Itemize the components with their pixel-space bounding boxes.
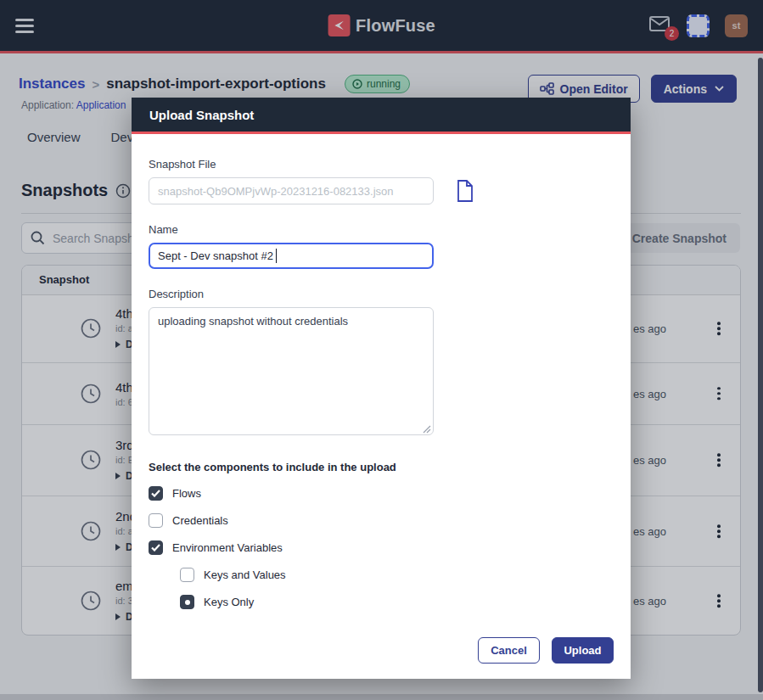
checkbox-checked-icon[interactable] xyxy=(149,486,163,501)
snapshot-file-label: Snapshot File xyxy=(149,158,614,171)
checkbox-unchecked-icon[interactable] xyxy=(149,513,163,528)
description-label: Description xyxy=(149,288,614,300)
check-icon xyxy=(151,490,160,497)
upload-snapshot-dialog: Upload Snapshot Snapshot File Name Descr… xyxy=(132,98,631,679)
dialog-header: Upload Snapshot xyxy=(132,98,631,134)
name-label: Name xyxy=(149,223,614,236)
file-document-icon[interactable] xyxy=(456,180,474,202)
check-icon xyxy=(151,544,160,552)
option-credentials[interactable]: Credentials xyxy=(149,513,614,528)
checkbox-checked-icon[interactable] xyxy=(149,540,163,555)
cancel-button[interactable]: Cancel xyxy=(478,637,540,664)
option-keys-only[interactable]: Keys Only xyxy=(180,595,614,609)
resize-grip-icon[interactable] xyxy=(423,425,431,434)
option-environment-variables[interactable]: Environment Variables xyxy=(149,540,614,555)
name-input[interactable] xyxy=(149,243,434,269)
components-heading: Select the components to include in the … xyxy=(149,461,614,473)
description-textarea[interactable]: uploading snapshot without credentials xyxy=(149,307,434,435)
option-keys-and-values[interactable]: Keys and Values xyxy=(180,568,614,582)
upload-button[interactable]: Upload xyxy=(552,637,614,664)
dialog-title: Upload Snapshot xyxy=(149,108,254,122)
option-flows[interactable]: Flows xyxy=(149,486,614,501)
text-cursor xyxy=(276,249,277,263)
snapshot-file-input[interactable] xyxy=(149,177,434,204)
checkbox-unchecked-icon[interactable] xyxy=(180,568,194,582)
radio-selected-icon[interactable] xyxy=(180,595,194,609)
